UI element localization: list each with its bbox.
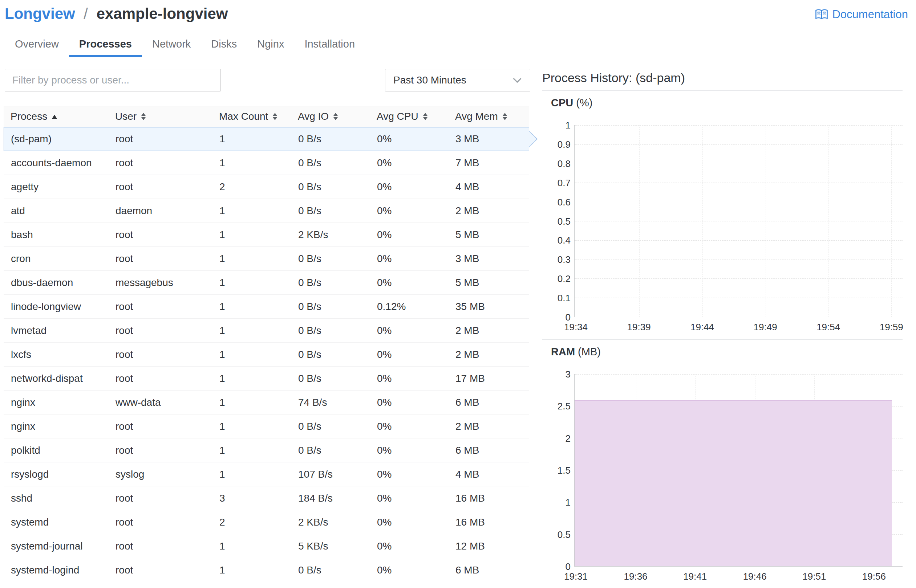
cell-process: agetty (11, 181, 115, 193)
cell-avg_cpu: 0% (377, 445, 455, 456)
cell-avg_mem: 4 MB (455, 468, 529, 480)
cell-avg_mem: 2 MB (455, 421, 529, 432)
cell-avg_io: 0 B/s (298, 325, 377, 336)
cell-avg_cpu: 0% (377, 373, 455, 384)
cell-avg_mem: 4 MB (455, 181, 529, 193)
process-row[interactable]: nginxwww-data174 B/s0%6 MB (4, 391, 529, 415)
cell-avg_io: 0 B/s (298, 133, 377, 145)
ram-chart-title-main: RAM (551, 346, 575, 357)
cell-max_count: 2 (219, 517, 298, 528)
horizontal-gridline (575, 183, 903, 183)
controls-row: Past 30 Minutes (5, 69, 530, 92)
process-row[interactable]: networkd-dispatroot10 B/s0%17 MB (4, 367, 529, 391)
cell-user: messagebus (115, 277, 219, 289)
cell-avg_mem: 3 MB (455, 253, 529, 265)
time-range-select[interactable]: Past 30 Minutes (385, 69, 530, 92)
process-row[interactable]: systemd-journalroot15 KB/s0%12 MB (4, 534, 529, 558)
cell-avg_io: 0 B/s (298, 301, 377, 312)
y-tick-label: 2 (565, 433, 571, 444)
cell-user: root (115, 445, 219, 456)
documentation-link[interactable]: Documentation (815, 8, 908, 21)
tab-network[interactable]: Network (142, 33, 201, 57)
process-row[interactable]: linode-longviewroot10 B/s0.12%35 MB (4, 295, 529, 319)
horizontal-gridline (575, 221, 903, 221)
cell-user: daemon (115, 205, 219, 217)
tab-nginx[interactable]: Nginx (247, 33, 294, 57)
vertical-gridline (639, 125, 639, 317)
cell-avg_io: 0 B/s (298, 253, 377, 265)
process-row[interactable]: sshdroot3184 B/s0%16 MB (4, 486, 529, 510)
process-row[interactable]: dbus-daemonmessagebus10 B/s0%5 MB (4, 271, 529, 295)
y-tick-label: 0 (565, 561, 571, 572)
cell-max_count: 1 (219, 349, 298, 360)
column-header-max-count[interactable]: Max Count (219, 111, 298, 122)
process-row[interactable]: agettyroot20 B/s0%4 MB (4, 175, 529, 199)
y-tick-label: 0.6 (558, 196, 571, 208)
tab-overview[interactable]: Overview (5, 33, 69, 57)
cell-avg_io: 0 B/s (298, 349, 377, 360)
sort-asc-arrow (52, 115, 57, 119)
tab-processes[interactable]: Processes (69, 33, 142, 57)
cell-avg_io: 0 B/s (298, 373, 377, 384)
y-tick-label: 2.5 (558, 401, 571, 412)
cpu-chart-title-unit: (%) (576, 97, 592, 108)
cell-avg_mem: 6 MB (455, 564, 529, 576)
cpu-chart-body: 10.90.80.70.60.50.40.30.20.10 (542, 125, 903, 317)
cell-avg_io: 0 B/s (298, 564, 377, 576)
y-tick-label: 0.2 (558, 273, 571, 284)
column-header-avg-io[interactable]: Avg IO (298, 111, 377, 122)
vertical-gridline (765, 125, 766, 317)
tab-disks[interactable]: Disks (201, 33, 247, 57)
column-header-avg-mem[interactable]: Avg Mem (455, 111, 529, 122)
process-row[interactable]: accounts-daemonroot10 B/s0%7 MB (4, 151, 529, 175)
cell-max_count: 1 (219, 373, 298, 384)
cell-avg_io: 0 B/s (298, 277, 377, 289)
process-row[interactable]: nginxroot10 B/s0%2 MB (4, 415, 529, 438)
column-header-avg-cpu[interactable]: Avg CPU (377, 111, 455, 122)
y-tick-label: 1 (565, 120, 571, 131)
sort-up-arrow (141, 113, 146, 116)
cell-process: lxcfs (11, 349, 115, 360)
cell-process: polkitd (11, 445, 115, 456)
cell-max_count: 1 (219, 397, 298, 408)
cell-user: root (115, 421, 219, 432)
process-row[interactable]: systemd-logindroot10 B/s0%6 MB (4, 558, 529, 582)
process-row[interactable]: lvmetadroot10 B/s0%2 MB (4, 319, 529, 342)
process-filter-input[interactable] (5, 69, 221, 92)
chevron-down-icon (513, 77, 522, 83)
cell-process: systemd (11, 517, 115, 528)
cell-process: bash (11, 229, 115, 241)
breadcrumb-longview-link[interactable]: Longview (5, 5, 75, 22)
column-header-user[interactable]: User (115, 111, 219, 122)
cell-user: root (115, 133, 219, 145)
cell-avg_cpu: 0% (377, 133, 455, 145)
ram-y-axis: 32.521.510.50 (542, 374, 574, 567)
cpu-x-axis: 19:3419:3919:4419:4919:5419:59 (574, 317, 903, 334)
cell-avg_mem: 5 MB (455, 277, 529, 289)
process-row[interactable]: lxcfsroot10 B/s0%2 MB (4, 342, 529, 367)
process-row[interactable]: (sd-pam)root10 B/s0%3 MB (4, 127, 529, 151)
column-label: Process (11, 111, 47, 122)
vertical-gridline (702, 125, 703, 317)
process-row[interactable]: cronroot10 B/s0%3 MB (4, 247, 529, 271)
breadcrumb-separator: / (84, 5, 88, 22)
sort-both-icon (333, 113, 338, 120)
cell-avg_mem: 6 MB (455, 397, 529, 408)
y-tick-label: 0.4 (558, 235, 571, 246)
cell-avg_mem: 7 MB (455, 157, 529, 169)
process-row[interactable]: rsyslogdsyslog1107 B/s0%4 MB (4, 462, 529, 486)
cell-max_count: 1 (219, 468, 298, 480)
cell-max_count: 1 (219, 277, 298, 289)
process-row[interactable]: systemdroot22 KB/s0%16 MB (4, 510, 529, 534)
sort-up-arrow (423, 113, 427, 116)
process-row[interactable]: polkitdroot10 B/s0%6 MB (4, 438, 529, 462)
cell-avg_io: 0 B/s (298, 421, 377, 432)
process-row[interactable]: atddaemon10 B/s0%2 MB (4, 199, 529, 223)
tab-bar: OverviewProcessesNetworkDisksNginxInstal… (5, 33, 916, 57)
breadcrumb-current: example-longview (97, 5, 228, 22)
cell-process: nginx (11, 397, 115, 408)
process-row[interactable]: bashroot12 KB/s0%5 MB (4, 223, 529, 247)
cell-user: root (115, 181, 219, 193)
tab-installation[interactable]: Installation (294, 33, 365, 57)
column-header-process[interactable]: Process (11, 111, 115, 122)
